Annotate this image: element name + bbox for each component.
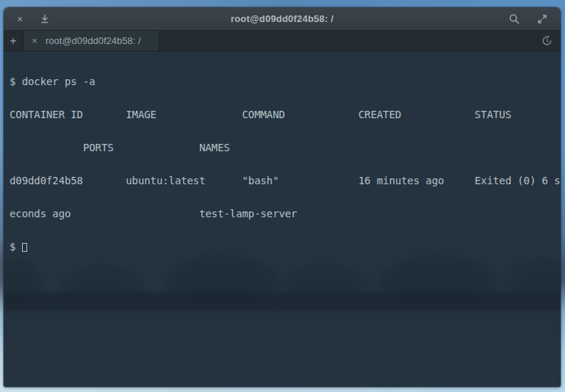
prompt-line: $ (10, 242, 561, 253)
terminal-cursor (22, 243, 27, 252)
tab-active[interactable]: × root@d09dd0f24b58: / (24, 31, 159, 51)
terminal-screen[interactable]: $ docker ps -a CONTAINER ID IMAGE COMMAN… (4, 51, 561, 387)
tab-label: root@d09dd0f24b58: / (46, 35, 141, 46)
titlebar: × root@d09dd0f24b58: / (4, 7, 561, 31)
terminal-line: PORTS NAMES (10, 142, 561, 153)
download-icon[interactable] (38, 12, 51, 26)
terminal-line: d09dd0f24b58 ubuntu:latest "bash" 16 min… (10, 175, 561, 186)
new-tab-button[interactable]: + (4, 31, 24, 51)
search-icon[interactable] (508, 12, 521, 26)
wallpaper-water-silhouette (4, 310, 561, 387)
resize-icon[interactable] (536, 12, 549, 26)
close-icon[interactable]: × (13, 12, 26, 26)
tabbar-spacer (159, 31, 540, 51)
terminal-output: $ docker ps -a CONTAINER ID IMAGE COMMAN… (4, 51, 561, 275)
terminal-line: econds ago test-lamp-server (10, 208, 561, 219)
shell-prompt: $ (10, 242, 22, 253)
titlebar-left-icons: × (4, 12, 62, 26)
tab-close-icon[interactable]: × (29, 35, 40, 46)
history-icon[interactable] (540, 35, 553, 48)
titlebar-right-icons (502, 12, 561, 26)
terminal-line: CONTAINER ID IMAGE COMMAND CREATED STATU… (10, 109, 561, 120)
terminal-window: × root@d09dd0f24b58: / + (4, 7, 561, 387)
wallpaper-shore-silhouette (4, 292, 561, 313)
window-title: root@d09dd0f24b58: / (62, 13, 502, 24)
tabbar: + × root@d09dd0f24b58: / (4, 31, 561, 51)
terminal-line: $ docker ps -a (10, 76, 561, 87)
